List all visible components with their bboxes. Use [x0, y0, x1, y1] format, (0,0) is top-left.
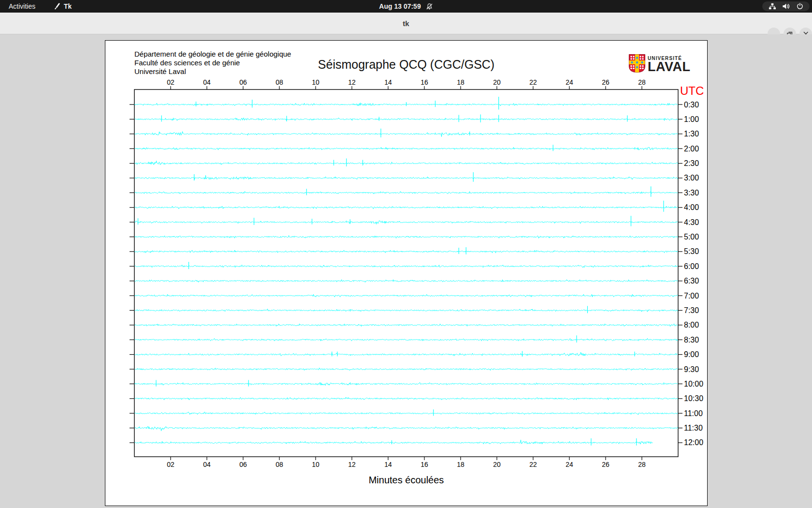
- x-tick-label-bottom: 22: [529, 461, 537, 468]
- x-tick-label-top: 06: [239, 78, 247, 86]
- time-label: 6:00: [684, 262, 699, 270]
- logo-text-laval: LAVAL: [648, 61, 690, 73]
- laval-shield-icon: [629, 54, 645, 73]
- seismograph-figure: 0202040406060808101012121414161618182020…: [105, 40, 708, 506]
- time-label: 4:00: [684, 203, 699, 211]
- x-tick-label-bottom: 02: [167, 461, 174, 468]
- desktop-screen: { "topbar": { "activities": "Activities"…: [0, 0, 812, 508]
- trace-6:30: [135, 280, 678, 283]
- time-label: 7:00: [684, 292, 699, 300]
- time-label: 4:30: [684, 218, 699, 226]
- time-label: 7:30: [684, 306, 699, 314]
- time-label: 11:30: [684, 424, 703, 432]
- x-tick-label-top: 14: [384, 78, 392, 86]
- trace-6:00: [135, 265, 678, 268]
- time-label: 1:00: [684, 115, 699, 123]
- x-tick-label-bottom: 18: [457, 461, 464, 468]
- university-laval-logo: UNIVERSITÉ LAVAL: [629, 54, 690, 73]
- trace-3:30: [135, 192, 678, 194]
- window-title: tk: [0, 13, 812, 34]
- gnome-top-bar: Activities Tk Aug 13 07:59: [0, 0, 812, 13]
- x-tick-label-top: 18: [457, 78, 464, 86]
- time-label: 2:30: [684, 159, 699, 167]
- trace-10:00: [135, 383, 678, 386]
- time-label: 8:30: [684, 336, 699, 344]
- trace-11:00: [135, 412, 678, 415]
- utc-label: UTC: [680, 84, 704, 97]
- x-tick-label-bottom: 14: [384, 461, 392, 468]
- trace-5:30: [135, 250, 678, 253]
- x-tick-label-top: 02: [167, 78, 174, 86]
- trace-12:00: [135, 440, 653, 444]
- x-tick-label-top: 24: [566, 78, 573, 86]
- x-axis-ticks: 0202040406060808101012121414161618182020…: [167, 78, 646, 468]
- time-label: 9:30: [684, 365, 699, 374]
- trace-1:00: [135, 118, 678, 121]
- x-tick-label-top: 22: [529, 78, 537, 86]
- x-tick-label-bottom: 10: [312, 461, 319, 468]
- plot-frame: [134, 90, 678, 457]
- seismogram-plot: 0202040406060808101012121414161618182020…: [105, 41, 707, 506]
- trace-9:00: [135, 352, 678, 356]
- seismic-traces: [135, 97, 678, 446]
- time-label: 8:00: [684, 321, 699, 329]
- x-tick-label-top: 26: [602, 78, 609, 86]
- figure-title: Séismographe QCQ (CGC/GSC): [134, 58, 678, 72]
- trace-1:30: [135, 132, 678, 137]
- clock[interactable]: Aug 13 07:59: [379, 2, 420, 10]
- time-label: 10:30: [684, 394, 703, 403]
- trace-9:30: [135, 368, 678, 370]
- time-axis-ticks: 0:301:001:302:002:303:003:304:004:305:00…: [130, 101, 703, 447]
- trace-8:30: [135, 339, 678, 341]
- x-tick-label-bottom: 04: [203, 461, 211, 468]
- x-tick-label-bottom: 06: [239, 461, 247, 468]
- x-tick-label-top: 12: [348, 78, 356, 86]
- time-label: 2:00: [684, 145, 699, 153]
- time-label: 1:30: [684, 130, 699, 138]
- time-label: 12:00: [684, 438, 703, 447]
- x-tick-label-bottom: 16: [420, 461, 428, 468]
- x-tick-label-bottom: 26: [602, 461, 609, 468]
- x-tick-label-top: 20: [493, 78, 501, 86]
- trace-5:00: [135, 236, 678, 239]
- trace-2:00: [135, 147, 678, 150]
- system-status-area[interactable]: [762, 1, 810, 11]
- x-tick-label-top: 04: [203, 78, 211, 86]
- trace-4:00: [135, 206, 678, 209]
- time-label: 3:00: [684, 174, 699, 182]
- x-tick-label-bottom: 08: [276, 461, 283, 468]
- time-label: 9:00: [684, 350, 699, 359]
- tk-app-icon: [53, 2, 61, 10]
- trace-4:30: [135, 221, 678, 224]
- power-icon: [796, 2, 804, 10]
- notifications-muted-icon: [426, 3, 433, 10]
- x-tick-label-bottom: 12: [348, 461, 356, 468]
- time-label: 11:00: [684, 409, 703, 418]
- time-label: 5:00: [684, 233, 699, 241]
- focused-app-name: Tk: [64, 2, 72, 10]
- x-tick-label-bottom: 28: [638, 461, 646, 468]
- x-tick-label-top: 10: [312, 78, 319, 86]
- window-titlebar[interactable]: tk: [0, 13, 812, 34]
- trace-10:30: [135, 397, 678, 400]
- x-tick-label-top: 16: [420, 78, 428, 86]
- time-label: 3:30: [684, 189, 699, 197]
- volume-icon: [782, 2, 790, 10]
- time-label: 0:30: [684, 101, 699, 109]
- x-axis-title: Minutes écoulées: [134, 475, 678, 486]
- x-tick-label-bottom: 24: [566, 461, 573, 468]
- time-label: 6:30: [684, 277, 699, 285]
- activities-button[interactable]: Activities: [9, 0, 35, 13]
- trace-3:00: [135, 175, 678, 179]
- focused-app-indicator[interactable]: Tk: [53, 0, 72, 13]
- trace-11:30: [135, 427, 678, 431]
- trace-8:00: [135, 324, 678, 327]
- time-label: 5:30: [684, 247, 699, 255]
- time-label: 10:00: [684, 380, 703, 388]
- trace-7:00: [135, 294, 678, 297]
- x-tick-label-top: 28: [638, 78, 646, 86]
- network-icon: [768, 2, 776, 10]
- x-tick-label-top: 08: [276, 78, 283, 86]
- trace-2:30: [135, 161, 678, 165]
- x-tick-label-bottom: 20: [493, 461, 501, 468]
